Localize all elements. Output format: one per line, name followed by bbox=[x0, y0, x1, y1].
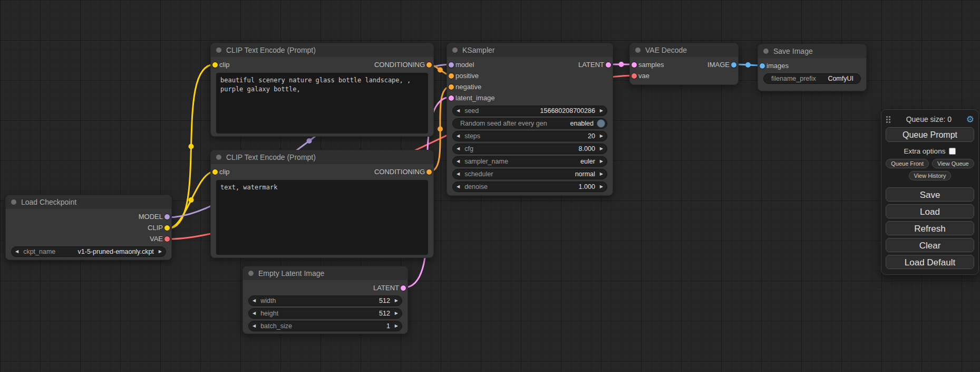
collapse-dot-icon[interactable] bbox=[216, 155, 221, 160]
images-input-port[interactable] bbox=[760, 63, 765, 69]
slot-label: CONDITIONING bbox=[374, 61, 425, 69]
denoise-widget[interactable]: ◀ denoise 1.000 ▶ bbox=[452, 182, 607, 192]
extra-options-checkbox[interactable] bbox=[949, 148, 956, 155]
increment-arrow-icon[interactable]: ▶ bbox=[395, 311, 398, 316]
toggle-knob[interactable] bbox=[597, 119, 605, 128]
input-slot-negative: negative bbox=[447, 81, 613, 92]
cfg-widget[interactable]: ◀ cfg 8.000 ▶ bbox=[452, 144, 607, 154]
increment-arrow-icon[interactable]: ▶ bbox=[395, 324, 398, 328]
latent-image-input-port[interactable] bbox=[449, 96, 454, 101]
view-queue-button[interactable]: View Queue bbox=[932, 159, 974, 168]
decrement-arrow-icon[interactable]: ◀ bbox=[253, 324, 256, 328]
gear-icon[interactable]: ⚙ bbox=[966, 115, 974, 124]
collapse-dot-icon[interactable] bbox=[216, 47, 221, 53]
increment-arrow-icon[interactable]: ▶ bbox=[395, 299, 398, 303]
height-widget[interactable]: ◀ height 512 ▶ bbox=[248, 308, 402, 319]
node-title-bar[interactable]: Empty Latent Image bbox=[243, 266, 407, 280]
conditioning-output-port[interactable] bbox=[426, 169, 432, 175]
batch-size-widget[interactable]: ◀ batch_size 1 ▶ bbox=[248, 321, 402, 331]
node-save-image[interactable]: Save Image images filename_prefix ComfyU… bbox=[758, 44, 867, 91]
samples-input-port[interactable] bbox=[632, 62, 637, 68]
clear-button[interactable]: Clear bbox=[886, 238, 974, 252]
node-empty-latent-image[interactable]: Empty Latent Image LATENT ◀ width 512 ▶ … bbox=[242, 266, 408, 334]
increment-arrow-icon[interactable]: ▶ bbox=[600, 109, 603, 113]
decrement-arrow-icon[interactable]: ◀ bbox=[15, 250, 18, 254]
queue-front-button[interactable]: Queue Front bbox=[886, 159, 929, 168]
refresh-button[interactable]: Refresh bbox=[886, 221, 974, 235]
load-button[interactable]: Load bbox=[886, 204, 974, 218]
decrement-arrow-icon[interactable]: ◀ bbox=[253, 299, 256, 303]
node-title-bar[interactable]: Load Checkpoint bbox=[6, 195, 171, 209]
decrement-arrow-icon[interactable]: ◀ bbox=[457, 134, 460, 138]
negative-input-port[interactable] bbox=[449, 84, 454, 90]
clip-output-port[interactable] bbox=[164, 225, 170, 231]
clip-input-port[interactable] bbox=[212, 169, 218, 175]
decrement-arrow-icon[interactable]: ◀ bbox=[457, 147, 460, 151]
seed-widget[interactable]: ◀ seed 156680208700286 ▶ bbox=[452, 106, 607, 116]
steps-widget[interactable]: ◀ steps 20 ▶ bbox=[452, 131, 607, 141]
vae-output-port[interactable] bbox=[164, 236, 170, 242]
node-title-bar[interactable]: VAE Decode bbox=[630, 43, 738, 57]
decrement-arrow-icon[interactable]: ◀ bbox=[457, 185, 460, 189]
node-load-checkpoint[interactable]: Load Checkpoint MODEL CLIP VAE ◀ ckpt_na… bbox=[5, 195, 172, 260]
widget-label: scheduler bbox=[464, 170, 493, 178]
widget-label: batch_size bbox=[260, 322, 292, 330]
positive-input-port[interactable] bbox=[449, 73, 454, 79]
collapse-dot-icon[interactable] bbox=[11, 199, 16, 205]
sampler-name-widget[interactable]: ◀ sampler_name euler ▶ bbox=[452, 156, 607, 167]
increment-arrow-icon[interactable]: ▶ bbox=[600, 185, 603, 189]
model-output-port[interactable] bbox=[164, 214, 170, 220]
graph-canvas[interactable]: Load Checkpoint MODEL CLIP VAE ◀ ckpt_na… bbox=[0, 0, 980, 372]
increment-arrow-icon[interactable]: ▶ bbox=[600, 134, 603, 138]
latent-output-port[interactable] bbox=[401, 285, 406, 291]
node-clip-text-encode-positive[interactable]: CLIP Text Encode (Prompt) clip CONDITION… bbox=[210, 43, 434, 137]
node-title-bar[interactable]: CLIP Text Encode (Prompt) bbox=[211, 43, 433, 57]
widget-value: 512 bbox=[379, 297, 390, 304]
node-title: Save Image bbox=[773, 47, 813, 55]
node-title-bar[interactable]: CLIP Text Encode (Prompt) bbox=[211, 150, 433, 164]
slot-label: VAE bbox=[150, 235, 163, 243]
negative-prompt-textarea[interactable]: text, watermark bbox=[216, 180, 428, 255]
increment-arrow-icon[interactable]: ▶ bbox=[600, 172, 603, 176]
collapse-dot-icon[interactable] bbox=[763, 49, 769, 54]
increment-arrow-icon[interactable]: ▶ bbox=[600, 147, 603, 151]
decrement-arrow-icon[interactable]: ◀ bbox=[457, 159, 460, 164]
collapse-dot-icon[interactable] bbox=[248, 271, 254, 276]
ckpt-name-widget[interactable]: ◀ ckpt_name v1-5-pruned-emaonly.ckpt ▶ bbox=[11, 246, 166, 257]
collapse-dot-icon[interactable] bbox=[635, 47, 641, 53]
save-button[interactable]: Save bbox=[886, 187, 974, 202]
node-clip-text-encode-negative[interactable]: CLIP Text Encode (Prompt) clip CONDITION… bbox=[210, 150, 434, 258]
extra-options-row: Extra options bbox=[886, 145, 974, 157]
node-title-bar[interactable]: Save Image bbox=[758, 44, 866, 58]
model-input-port[interactable] bbox=[449, 62, 454, 68]
vae-input-port[interactable] bbox=[632, 73, 637, 79]
decrement-arrow-icon[interactable]: ◀ bbox=[253, 311, 256, 316]
node-title: VAE Decode bbox=[645, 46, 687, 54]
positive-prompt-textarea[interactable]: beautiful scenery nature glass bottle la… bbox=[216, 73, 428, 133]
slot-label: samples bbox=[638, 61, 664, 69]
clip-input-port[interactable] bbox=[212, 62, 218, 68]
drag-handle-icon[interactable] bbox=[886, 116, 891, 123]
filename-prefix-widget[interactable]: filename_prefix ComfyUI bbox=[763, 73, 861, 84]
random-seed-widget[interactable]: Random seed after every gen enabled bbox=[452, 118, 607, 129]
increment-arrow-icon[interactable]: ▶ bbox=[600, 159, 603, 164]
slot-row-model-latent: model LATENT bbox=[447, 59, 613, 70]
collapse-dot-icon[interactable] bbox=[452, 47, 458, 53]
node-title-bar[interactable]: KSampler bbox=[447, 43, 613, 57]
input-slot-vae: vae bbox=[630, 70, 738, 81]
decrement-arrow-icon[interactable]: ◀ bbox=[457, 172, 460, 176]
link-midpoint-dot bbox=[745, 62, 751, 68]
queue-prompt-button[interactable]: Queue Prompt bbox=[886, 127, 974, 142]
load-default-button[interactable]: Load Default bbox=[886, 255, 974, 269]
scheduler-widget[interactable]: ◀ scheduler normal ▶ bbox=[452, 169, 607, 179]
conditioning-output-port[interactable] bbox=[426, 62, 432, 68]
slot-label: MODEL bbox=[139, 213, 163, 221]
increment-arrow-icon[interactable]: ▶ bbox=[159, 250, 162, 254]
view-history-button[interactable]: View History bbox=[909, 171, 952, 180]
node-ksampler[interactable]: KSampler model LATENT positive negative … bbox=[447, 43, 613, 196]
node-vae-decode[interactable]: VAE Decode samples IMAGE vae bbox=[629, 43, 739, 85]
image-output-port[interactable] bbox=[731, 62, 736, 68]
latent-output-port[interactable] bbox=[606, 62, 611, 68]
width-widget[interactable]: ◀ width 512 ▶ bbox=[248, 295, 402, 306]
decrement-arrow-icon[interactable]: ◀ bbox=[457, 109, 460, 113]
